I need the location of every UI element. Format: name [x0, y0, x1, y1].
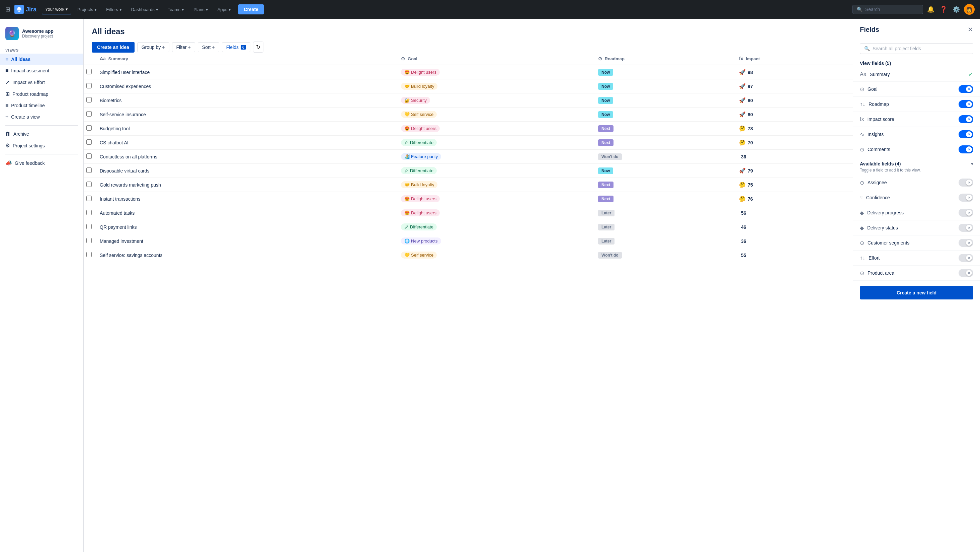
jira-logo[interactable]: Jira	[14, 5, 37, 14]
toggle-comments[interactable]	[959, 145, 973, 153]
roadmap-badge[interactable]: Won't do	[598, 153, 622, 160]
goal-badge[interactable]: 💛 Self service	[401, 252, 437, 258]
roadmap-badge[interactable]: Next	[598, 196, 614, 202]
fields-button[interactable]: Fields 6	[222, 42, 250, 52]
sidebar-item-archive[interactable]: 🗑 Archive	[0, 128, 83, 140]
toggle-effort[interactable]	[959, 254, 973, 262]
search-input[interactable]	[865, 7, 919, 12]
row-summary-cell[interactable]: Instant transactions	[96, 192, 397, 206]
row-summary-cell[interactable]: Automated tasks	[96, 206, 397, 220]
row-checkbox[interactable]	[86, 111, 92, 116]
nav-apps[interactable]: Apps ▾	[214, 5, 235, 14]
nav-teams[interactable]: Teams ▾	[164, 5, 188, 14]
create-button[interactable]: Create	[238, 4, 264, 14]
toggle-customer-segments[interactable]	[959, 239, 973, 247]
sidebar-item-project-settings[interactable]: ⚙ Project settings	[0, 140, 83, 152]
goal-badge[interactable]: 💛 Self service	[401, 111, 437, 118]
toggle-roadmap[interactable]	[959, 100, 973, 108]
roadmap-badge[interactable]: Later	[598, 238, 614, 244]
row-checkbox[interactable]	[86, 196, 92, 201]
search-box[interactable]: 🔍	[853, 5, 923, 14]
group-by-button[interactable]: Group by +	[137, 42, 169, 52]
sidebar-item-give-feedback[interactable]: 📣 Give feedback	[0, 157, 83, 169]
row-checkbox[interactable]	[86, 83, 92, 88]
roadmap-badge[interactable]: Next	[598, 139, 614, 146]
sort-button[interactable]: Sort +	[198, 42, 219, 52]
sidebar-item-impact-assessment[interactable]: ≡ Impact assesment	[0, 65, 83, 77]
grid-icon[interactable]: ⊞	[5, 6, 10, 13]
goal-badge[interactable]: 🏄 Feature parity	[401, 153, 441, 160]
roadmap-badge[interactable]: Now	[598, 97, 613, 104]
nav-filters[interactable]: Filters ▾	[103, 5, 125, 14]
notifications-icon[interactable]: 🔔	[926, 4, 936, 14]
roadmap-badge[interactable]: Now	[598, 168, 613, 174]
row-summary-cell[interactable]: QR payment links	[96, 220, 397, 234]
row-checkbox[interactable]	[86, 125, 92, 131]
row-checkbox[interactable]	[86, 69, 92, 74]
roadmap-badge[interactable]: Now	[598, 69, 613, 76]
goal-badge[interactable]: 🤝 Build loyalty	[401, 181, 438, 188]
goal-badge[interactable]: 😍 Delight users	[401, 125, 439, 132]
toggle-goal[interactable]	[959, 85, 973, 93]
nav-your-work[interactable]: Your work ▾	[42, 5, 71, 14]
col-goal[interactable]: ⊙ Goal	[397, 53, 594, 65]
toggle-insights[interactable]	[959, 130, 973, 138]
goal-badge[interactable]: 🤝 Build loyalty	[401, 83, 438, 90]
row-checkbox[interactable]	[86, 139, 92, 145]
row-checkbox[interactable]	[86, 97, 92, 102]
row-checkbox[interactable]	[86, 153, 92, 159]
fields-search-input[interactable]	[873, 46, 969, 51]
row-summary-cell[interactable]: Self service: savings accounts	[96, 248, 397, 262]
row-checkbox[interactable]	[86, 238, 92, 243]
row-checkbox[interactable]	[86, 210, 92, 215]
row-summary-cell[interactable]: Disposable virtual cards	[96, 164, 397, 178]
row-checkbox[interactable]	[86, 252, 92, 257]
sidebar-item-all-ideas[interactable]: ≡ All ideas	[0, 54, 83, 65]
settings-icon[interactable]: ⚙️	[951, 4, 961, 14]
help-icon[interactable]: ❓	[939, 4, 948, 14]
fields-search-box[interactable]: 🔍	[860, 43, 973, 54]
goal-badge[interactable]: 😍 Delight users	[401, 69, 439, 76]
row-checkbox[interactable]	[86, 224, 92, 229]
fields-close-button[interactable]: ✕	[967, 26, 973, 34]
filter-button[interactable]: Filter +	[172, 42, 195, 52]
sidebar-item-product-timeline[interactable]: ≡ Product timeline	[0, 100, 83, 111]
create-idea-button[interactable]: Create an idea	[92, 42, 135, 53]
row-summary-cell[interactable]: Budgeting tool	[96, 121, 397, 136]
row-summary-cell[interactable]: Gold rewards marketing push	[96, 178, 397, 192]
roadmap-badge[interactable]: Later	[598, 224, 614, 230]
chevron-down-icon[interactable]: ▾	[971, 161, 973, 166]
toggle-impact-score[interactable]	[959, 115, 973, 123]
refresh-button[interactable]: ↻	[253, 41, 263, 53]
nav-dashboards[interactable]: Dashboards ▾	[128, 5, 162, 14]
roadmap-badge[interactable]: Later	[598, 210, 614, 216]
toggle-delivery-progress[interactable]	[959, 209, 973, 217]
goal-badge[interactable]: 🔐 Security	[401, 97, 430, 104]
row-summary-cell[interactable]: Contactless on all platforms	[96, 150, 397, 164]
row-summary-cell[interactable]: Managed investment	[96, 234, 397, 248]
row-summary-cell[interactable]: Self-service insurance	[96, 107, 397, 121]
sidebar-item-product-roadmap[interactable]: ⊞ Product roadmap	[0, 88, 83, 100]
goal-badge[interactable]: 🖊 Differentiate	[401, 167, 436, 174]
row-checkbox[interactable]	[86, 182, 92, 187]
toggle-assignee[interactable]	[959, 179, 973, 187]
goal-badge[interactable]: 😍 Delight users	[401, 195, 439, 202]
roadmap-badge[interactable]: Now	[598, 83, 613, 90]
row-summary-cell[interactable]: CS chatbot AI	[96, 136, 397, 150]
row-summary-cell[interactable]: Simplified user interface	[96, 65, 397, 80]
toggle-confidence[interactable]	[959, 194, 973, 202]
nav-plans[interactable]: Plans ▾	[190, 5, 212, 14]
nav-projects[interactable]: Projects ▾	[74, 5, 100, 14]
col-impact[interactable]: fx Impact	[735, 53, 853, 65]
user-avatar[interactable]: 👩	[964, 4, 975, 15]
sidebar-item-create-view[interactable]: + Create a view	[0, 111, 83, 123]
roadmap-badge[interactable]: Next	[598, 182, 614, 188]
sidebar-item-impact-vs-effort[interactable]: ↗ Impact vs Effort	[0, 77, 83, 88]
roadmap-badge[interactable]: Now	[598, 111, 613, 118]
toggle-delivery-status[interactable]	[959, 224, 973, 232]
goal-badge[interactable]: 🌐 New products	[401, 238, 441, 244]
goal-badge[interactable]: 🖊 Differentiate	[401, 223, 436, 230]
col-summary[interactable]: Aa Summary	[96, 53, 397, 65]
goal-badge[interactable]: 🖊 Differentiate	[401, 139, 436, 146]
col-roadmap[interactable]: ⊙ Roadmap	[594, 53, 735, 65]
